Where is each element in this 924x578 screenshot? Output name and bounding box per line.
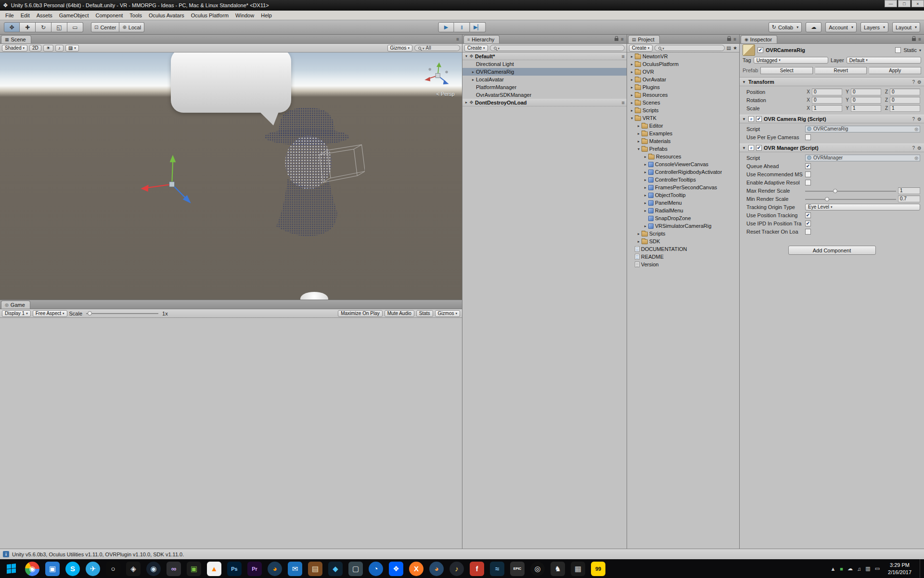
game-viewport[interactable] [0, 318, 462, 549]
scene-viewport[interactable]: < Persp [0, 53, 462, 300]
tag-dropdown[interactable]: Untagged [754, 57, 828, 64]
taskbar-audio-app[interactable]: ♪ [449, 562, 464, 576]
taskbar-epic-games[interactable]: EPIC [510, 562, 525, 576]
script-object-field[interactable]: OVRCameraRig◎ [805, 126, 920, 132]
taskbar-film-app[interactable]: ▦ [571, 562, 585, 576]
menu-item[interactable]: Edit [17, 12, 33, 19]
project-row[interactable]: SnapDropZone [627, 214, 739, 222]
hierarchy-row[interactable]: ▾ Default* [462, 53, 627, 60]
project-row[interactable]: ▸ Editor [627, 122, 739, 130]
project-row[interactable]: ▸ PanelMenu [627, 199, 739, 207]
taskbar-photoshop[interactable]: Ps [227, 562, 242, 576]
menu-item[interactable]: Window [232, 12, 257, 19]
property-checkbox[interactable] [805, 229, 811, 235]
game-gizmos-dropdown[interactable]: Gizmos [435, 310, 460, 317]
pivot-center-button[interactable]: ⊡Center [91, 22, 119, 32]
hierarchy-row[interactable]: ▸ OVRCameraRig [462, 68, 627, 76]
x-field[interactable]: 0 [812, 97, 842, 104]
project-row[interactable]: ▸ Scenes [627, 99, 739, 106]
tab-hierarchy[interactable]: ≡Hierarchy [463, 35, 500, 43]
lock-icon[interactable] [615, 38, 618, 41]
taskbar-green-app[interactable]: ▣ [187, 562, 201, 576]
taskbar-calibre[interactable]: ▤ [308, 562, 322, 576]
aspect-dropdown[interactable]: Free Aspect [33, 310, 67, 317]
min-render-scale-field[interactable]: 0.7 [898, 196, 920, 202]
taskbar-obs[interactable]: ◎ [530, 562, 545, 576]
project-row[interactable]: ▸ VRSimulatorCameraRig [627, 222, 739, 230]
x-field[interactable]: 0 [812, 89, 842, 95]
foldout-icon[interactable]: ▸ [636, 239, 642, 244]
draw-mode-dropdown[interactable]: Shaded [2, 45, 27, 52]
project-row[interactable]: ▸ ObjectTooltip [627, 191, 739, 199]
layout-dropdown[interactable]: Layout [892, 22, 920, 32]
active-checkbox[interactable]: ✔ [757, 47, 763, 53]
slider-knob[interactable] [825, 197, 829, 201]
y-field[interactable]: 1 [851, 105, 881, 112]
display-dropdown[interactable]: Display 1 [2, 310, 31, 317]
project-row[interactable]: ▸ OvrAvatar [627, 76, 739, 83]
lock-icon[interactable] [912, 38, 916, 41]
project-row[interactable]: ▸ ControllerRigidbodyActivator [627, 168, 739, 176]
ovr-camera-rig-header[interactable]: ▼ # ✔ OVR Camera Rig (Script) ?⚙ [740, 115, 924, 123]
maximize-button[interactable]: □ [898, 0, 911, 7]
hierarchy-row[interactable]: OvrAvatarSDKManager [462, 91, 627, 99]
slider-knob[interactable] [833, 189, 837, 193]
scene-search-input[interactable]: All [414, 45, 460, 51]
foldout-icon[interactable]: ▸ [642, 155, 648, 159]
panel-menu-icon[interactable]: ≡ [918, 37, 921, 42]
hierarchy-row[interactable]: ▸ LocalAvatar [462, 76, 627, 83]
collab-button[interactable]: ↻Collab [769, 22, 802, 32]
taskbar-kodi[interactable]: ◆ [328, 562, 343, 576]
property-checkbox[interactable]: ✔ [805, 221, 811, 226]
project-row[interactable]: ▸ RadialMenu [627, 207, 739, 214]
y-field[interactable]: 0 [851, 97, 881, 104]
tray-volume-icon[interactable]: ♫ [857, 566, 861, 572]
taskbar-chess-app[interactable]: ♞ [551, 562, 565, 576]
foldout-icon[interactable]: ▸ [629, 93, 635, 97]
taskbar-badge-99[interactable]: 99 [591, 562, 605, 576]
foldout-icon[interactable]: ▸ [642, 193, 648, 197]
foldout-icon[interactable]: ▸ [642, 162, 648, 167]
project-row[interactable]: ▸ ControllerTooltips [627, 176, 739, 184]
foldout-icon[interactable]: ▸ [629, 85, 635, 90]
project-row[interactable]: ▾ Prefabs [627, 145, 739, 153]
game-scale-slider[interactable] [86, 313, 158, 314]
foldout-icon[interactable]: ▸ [629, 101, 635, 105]
taskbar-blender[interactable]: ◕ [429, 562, 444, 576]
foldout-icon[interactable]: ▸ [642, 178, 648, 182]
static-checkbox[interactable] [895, 47, 901, 53]
taskbar-chrome[interactable]: ◉ [25, 562, 39, 576]
foldout-icon[interactable]: ▸ [629, 78, 635, 82]
stats-toggle[interactable]: Stats [416, 310, 433, 317]
audio-toggle[interactable]: ♪ [55, 45, 64, 52]
foldout-icon[interactable]: ▸ [642, 170, 648, 174]
taskbar-vlc[interactable]: ▲ [207, 562, 221, 576]
transform-gizmo[interactable] [134, 149, 203, 218]
search-by-label-icon[interactable]: ★ [733, 45, 737, 51]
foldout-icon[interactable]: ▸ [642, 224, 648, 228]
foldout-icon[interactable]: ▾ [463, 54, 469, 58]
scene-orientation-gizmo[interactable] [419, 60, 454, 91]
taskbar-premiere[interactable]: Pr [247, 562, 262, 576]
maximize-on-play-toggle[interactable]: Maximize On Play [338, 310, 383, 317]
effects-dropdown[interactable]: ▨ [65, 45, 79, 52]
scene-menu-icon[interactable] [622, 100, 625, 105]
show-desktop-button[interactable] [920, 559, 923, 578]
layer-dropdown[interactable]: Default [847, 57, 921, 64]
project-row[interactable]: ▸ OculusPlatform [627, 60, 739, 68]
panel-menu-icon[interactable]: ≡ [733, 37, 736, 42]
y-field[interactable]: 0 [851, 89, 881, 95]
foldout-icon[interactable]: ▼ [742, 80, 746, 84]
cloud-button[interactable]: ☁ [806, 22, 821, 32]
panel-menu-icon[interactable]: ≡ [621, 37, 624, 42]
ovr-manager-header[interactable]: ▼ # ✔ OVR Manager (Script) ?⚙ [740, 144, 924, 152]
tab-inspector[interactable]: ◉Inspector [741, 35, 777, 43]
project-row[interactable]: DOCUMENTATION [627, 245, 739, 253]
menu-item[interactable]: Oculus Avatars [145, 12, 188, 19]
script-object-field[interactable]: OVRManager◎ [805, 155, 920, 161]
foldout-icon[interactable]: ▸ [636, 232, 642, 236]
transform-header[interactable]: ▼ Transform ?⚙ [740, 78, 924, 86]
minimize-button[interactable]: — [885, 0, 897, 7]
project-row[interactable]: ▸ FramesPerSecondCanvas [627, 184, 739, 191]
menu-item[interactable]: Help [257, 12, 275, 19]
